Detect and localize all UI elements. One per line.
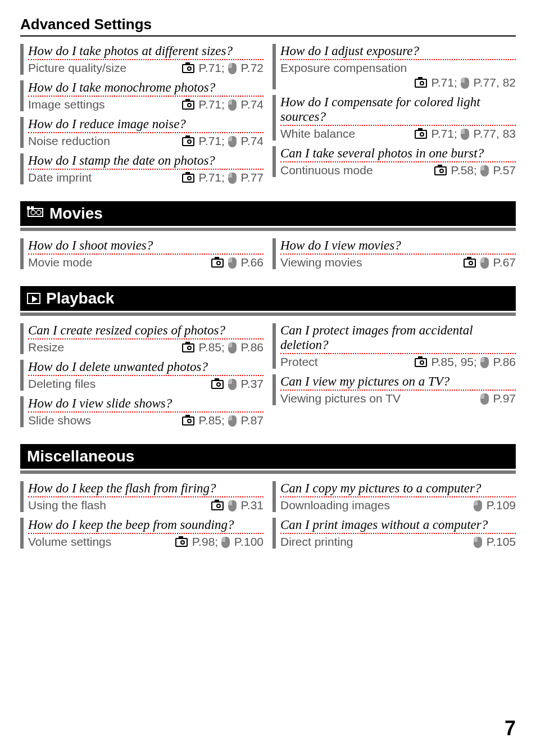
mouse-icon: [228, 63, 237, 74]
camera-icon: [415, 79, 427, 88]
mouse-icon: [480, 393, 489, 405]
section-playback-label: Playback: [46, 289, 114, 307]
advanced-columns: How do I take photos at different sizes?…: [20, 42, 516, 190]
page-refs: P.67: [464, 256, 516, 269]
camera-icon: [182, 137, 194, 146]
camera-icon: [182, 174, 194, 183]
qa-item: How do I take monochrome photos?Image se…: [20, 80, 264, 111]
question-text: Can I take several photos in one burst?: [280, 146, 516, 162]
answer-label: Viewing movies: [280, 256, 362, 269]
movies-columns: How do I shoot movies?Movie mode P.66 Ho…: [20, 237, 516, 275]
answer-label: Deleting files: [28, 377, 96, 391]
answer-label: Viewing pictures on TV: [280, 392, 401, 405]
movies-right-col: How do I view movies?Viewing movies P.67: [272, 237, 516, 275]
question-text: Can I copy my pictures to a computer?: [280, 481, 516, 497]
answer-label: Image settings: [28, 98, 105, 111]
question-text: How do I keep the beep from sounding?: [28, 518, 264, 534]
advanced-left-col: How do I take photos at different sizes?…: [20, 42, 264, 190]
question-text: How do I stamp the date on photos?: [28, 153, 264, 170]
question-text: Can I view my pictures on a TV?: [280, 374, 516, 391]
qa-item: Can I create resized copies of photos?Re…: [20, 323, 264, 354]
mouse-icon: [228, 173, 237, 184]
mouse-icon: [480, 257, 489, 269]
answer-label: Direct printing: [280, 535, 353, 549]
page-refs: P.97: [480, 392, 516, 405]
page-refs: P.71; P.77, 82: [280, 76, 516, 89]
qa-item: How do I view movies?Viewing movies P.67: [272, 238, 516, 269]
question-text: How do I compensate for colored light so…: [280, 95, 516, 126]
misc-right-col: Can I copy my pictures to a computer?Dow…: [272, 479, 516, 554]
qa-item: How do I compensate for colored light so…: [272, 95, 516, 141]
camera-icon: [182, 101, 194, 110]
question-text: How do I keep the flash from firing?: [28, 481, 264, 497]
playback-columns: Can I create resized copies of photos?Re…: [20, 322, 516, 433]
svg-point-4: [37, 210, 41, 215]
camera-icon: [434, 166, 447, 175]
question-text: How do I shoot movies?: [28, 238, 264, 255]
page-refs: P.37: [211, 377, 264, 391]
misc-columns: How do I keep the flash from firing?Usin…: [20, 479, 516, 554]
answer-label: Noise reduction: [28, 134, 110, 148]
section-movies: Movies: [20, 201, 516, 226]
camera-icon: [175, 538, 188, 547]
question-text: Can I protect images from accidental del…: [280, 323, 516, 354]
answer-label: Date imprint: [28, 171, 92, 184]
question-text: Can I print images without a computer?: [280, 518, 516, 534]
divider: [20, 228, 516, 231]
mouse-icon: [474, 537, 482, 548]
question-text: How do I view slide shows?: [28, 396, 264, 413]
qa-item: Can I copy my pictures to a computer?Dow…: [272, 481, 516, 512]
camera-icon: [182, 64, 194, 73]
answer-label: Exposure compensation: [280, 61, 407, 75]
mouse-icon: [474, 500, 482, 511]
question-text: How do I take photos at different sizes?: [28, 44, 264, 60]
page-refs: P.85, 95; P.86: [415, 355, 516, 369]
question-text: How do I reduce image noise?: [28, 117, 264, 133]
mouse-icon: [221, 537, 230, 548]
mouse-icon: [461, 129, 469, 140]
page-refs: P.66: [211, 256, 264, 269]
page-refs: P.71; P.77, 83: [415, 127, 516, 141]
svg-point-3: [31, 210, 35, 215]
page-refs: P.71; P.77: [182, 171, 264, 184]
page-refs: P.71; P.72: [182, 61, 264, 75]
qa-item: How do I view slide shows?Slide shows P.…: [20, 396, 264, 427]
question-text: How do I view movies?: [280, 238, 516, 255]
page-refs: P.85; P.87: [182, 414, 264, 427]
qa-item: Can I print images without a computer?Di…: [272, 518, 516, 549]
qa-item: How do I adjust exposure?Exposure compen…: [272, 44, 516, 89]
section-advanced-settings: Advanced Settings: [20, 16, 516, 37]
camera-icon: [211, 501, 224, 510]
answer-label: Volume settings: [28, 535, 111, 549]
section-movies-label: Movies: [49, 205, 103, 223]
qa-item: Can I take several photos in one burst?C…: [272, 146, 516, 177]
advanced-right-col: How do I adjust exposure?Exposure compen…: [272, 42, 516, 190]
page-number: 7: [505, 717, 516, 740]
answer-label: Protect: [280, 355, 318, 369]
mouse-icon: [228, 342, 237, 354]
camera-icon: [211, 380, 224, 389]
misc-left-col: How do I keep the flash from firing?Usin…: [20, 479, 264, 554]
divider: [20, 470, 516, 474]
question-text: How do I delete unwanted photos?: [28, 360, 264, 376]
playback-right-col: Can I protect images from accidental del…: [272, 322, 516, 433]
mouse-icon: [228, 379, 237, 390]
answer-label: White balance: [280, 127, 355, 141]
question-text: Can I create resized copies of photos?: [28, 323, 264, 339]
qa-item: How do I stamp the date on photos?Date i…: [20, 153, 264, 184]
movies-left-col: How do I shoot movies?Movie mode P.66: [20, 237, 264, 275]
page-refs: P.31: [211, 499, 264, 512]
qa-item: How do I keep the flash from firing?Usin…: [20, 481, 264, 512]
camera-icon: [415, 358, 427, 367]
qa-item: How do I shoot movies?Movie mode P.66: [20, 238, 264, 269]
svg-rect-2: [31, 206, 34, 210]
mouse-icon: [228, 99, 237, 111]
camera-icon: [415, 130, 427, 139]
play-icon: [27, 293, 40, 304]
mouse-icon: [480, 357, 489, 368]
qa-item: How do I keep the beep from sounding?Vol…: [20, 518, 264, 549]
answer-label: Continuous mode: [280, 164, 373, 177]
mouse-icon: [228, 500, 237, 511]
qa-item: How do I delete unwanted photos?Deleting…: [20, 360, 264, 391]
answer-label: Using the flash: [28, 499, 106, 512]
